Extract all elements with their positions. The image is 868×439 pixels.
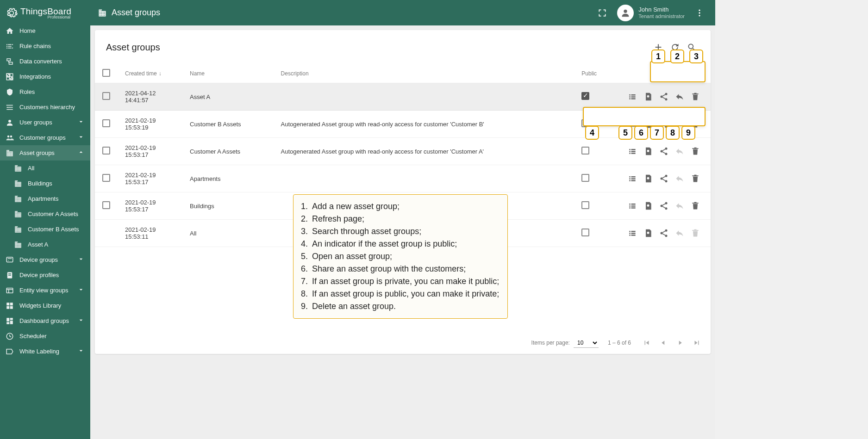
list-icon xyxy=(628,147,637,156)
share-button[interactable] xyxy=(656,171,672,186)
open-button[interactable] xyxy=(624,143,640,159)
assign-icon xyxy=(643,201,653,210)
sidebar-item-customers-hierarchy[interactable]: Customers hierarchy xyxy=(0,99,90,115)
home-icon xyxy=(6,27,14,35)
domain-icon xyxy=(14,164,22,173)
sidebar-item-scheduler[interactable]: Scheduler xyxy=(0,328,90,344)
assign-button[interactable] xyxy=(640,143,656,159)
delete-icon xyxy=(691,174,700,183)
user-role: Tenant administrator xyxy=(638,13,685,19)
domain-icon xyxy=(6,149,14,157)
sidebar-item-dashboard-groups[interactable]: Dashboard groups xyxy=(0,313,90,328)
sidebar-item-label: Customer groups xyxy=(19,134,66,141)
callout-badge-9: 9 xyxy=(681,126,695,140)
table-row[interactable]: 2021-02-19 15:53:17Customer A AssetsAuto… xyxy=(95,138,711,165)
sidebar-item-label: Data converters xyxy=(19,58,62,65)
assign-button[interactable] xyxy=(640,171,656,186)
open-button[interactable] xyxy=(624,198,640,214)
sidebar-item-white-labeling[interactable]: White Labeling xyxy=(0,344,90,359)
sidebar-item-apartments[interactable]: Apartments xyxy=(0,191,90,206)
topbar: Asset groups John Smith Tenant administr… xyxy=(90,0,715,25)
sidebar-item-rule-chains[interactable]: Rule chains xyxy=(0,38,90,54)
first-icon xyxy=(643,339,651,347)
last-page-button[interactable] xyxy=(690,336,703,349)
sidebar-item-widgets-library[interactable]: Widgets Library xyxy=(0,298,90,313)
sidebar-item-all[interactable]: All xyxy=(0,161,90,176)
profile-icon xyxy=(6,271,14,279)
sidebar-item-customer-groups[interactable]: Customer groups xyxy=(0,130,90,145)
sidebar-item-device-profiles[interactable]: Device profiles xyxy=(0,267,90,283)
callout-badge-2: 2 xyxy=(670,49,684,63)
device-icon xyxy=(6,256,14,264)
col-description[interactable]: Description xyxy=(274,64,575,83)
sidebar-item-label: Dashboard groups xyxy=(19,317,69,324)
integration-icon xyxy=(6,73,14,81)
sidebar-item-label: White Labeling xyxy=(19,348,59,355)
sort-desc-icon: ↓ xyxy=(159,70,162,77)
delete-button[interactable] xyxy=(687,198,703,214)
first-page-button[interactable] xyxy=(640,336,653,349)
prev-page-button[interactable] xyxy=(657,336,670,349)
share-button[interactable] xyxy=(656,143,672,159)
prev-icon xyxy=(659,339,668,347)
col-public[interactable]: Public xyxy=(574,64,604,83)
open-button[interactable] xyxy=(624,89,640,105)
assign-button[interactable] xyxy=(640,198,656,214)
col-created[interactable]: Created time↓ xyxy=(118,64,182,83)
row-checkbox[interactable] xyxy=(102,147,110,155)
fullscreen-button[interactable] xyxy=(594,5,611,21)
make-private-button[interactable] xyxy=(672,89,687,105)
select-all-checkbox[interactable] xyxy=(102,69,110,77)
assign-button[interactable] xyxy=(640,89,656,105)
rule-icon xyxy=(6,42,14,50)
delete-button[interactable] xyxy=(687,89,703,105)
sidebar-item-buildings[interactable]: Buildings xyxy=(0,176,90,191)
row-checkbox[interactable] xyxy=(102,119,110,127)
sidebar-item-asset-groups[interactable]: Asset groups xyxy=(0,145,90,161)
paginator: Items per page: 10 1 – 6 of 6 xyxy=(95,332,711,354)
share-button[interactable] xyxy=(656,225,672,241)
sidebar-item-roles[interactable]: Roles xyxy=(0,84,90,99)
page-title-text: Asset groups xyxy=(112,8,160,18)
delete-icon xyxy=(691,229,700,238)
public-indicator xyxy=(581,147,589,155)
row-checkbox[interactable] xyxy=(102,201,110,209)
share-button[interactable] xyxy=(656,198,672,214)
page-size-select[interactable]: 10 xyxy=(574,338,599,348)
open-button[interactable] xyxy=(624,171,640,186)
cell-name: Asset A xyxy=(182,83,274,111)
sidebar-item-label: Roles xyxy=(19,88,35,95)
sidebar-item-data-converters[interactable]: Data converters xyxy=(0,54,90,69)
assign-button[interactable] xyxy=(640,225,656,241)
open-button[interactable] xyxy=(624,225,640,241)
sidebar-item-customer-b-assets[interactable]: Customer B Assets xyxy=(0,222,90,237)
row-checkbox[interactable] xyxy=(102,174,110,182)
legend-item: Add a new asset group; xyxy=(310,200,499,213)
logo[interactable]: ThingsBoard Professional xyxy=(0,0,90,23)
sidebar-item-asset-a[interactable]: Asset A xyxy=(0,237,90,252)
list-icon xyxy=(628,174,637,183)
share-button[interactable] xyxy=(656,89,672,105)
sidebar-item-label: Asset groups xyxy=(19,149,55,156)
cell-created: 2021-02-19 15:53:17 xyxy=(118,192,182,220)
delete-button[interactable] xyxy=(687,143,703,159)
col-name[interactable]: Name xyxy=(182,64,274,83)
sidebar-item-user-groups[interactable]: User groups xyxy=(0,115,90,130)
next-page-button[interactable] xyxy=(674,336,687,349)
sidebar-item-integrations[interactable]: Integrations xyxy=(0,69,90,84)
user-menu[interactable]: John Smith Tenant administrator xyxy=(617,5,685,21)
legend-item: An indicator if the asset group is publi… xyxy=(310,238,499,250)
share-icon xyxy=(659,147,668,156)
delete-button[interactable] xyxy=(687,171,703,186)
sidebar-item-home[interactable]: Home xyxy=(0,23,90,38)
row-checkbox[interactable] xyxy=(102,92,110,100)
table-row[interactable]: 2021-04-12 14:41:57Asset A xyxy=(95,83,711,111)
sidebar-item-device-groups[interactable]: Device groups xyxy=(0,252,90,267)
cell-created: 2021-04-12 14:41:57 xyxy=(118,83,182,111)
more-button[interactable] xyxy=(691,5,708,21)
table-row[interactable]: 2021-02-19 15:53:17Apartments xyxy=(95,165,711,192)
legend-item: If an asset group is public, you can mak… xyxy=(310,288,499,300)
reply-icon xyxy=(675,92,684,101)
sidebar-item-customer-a-assets[interactable]: Customer A Assets xyxy=(0,206,90,222)
sidebar-item-entity-view-groups[interactable]: Entity view groups xyxy=(0,283,90,298)
